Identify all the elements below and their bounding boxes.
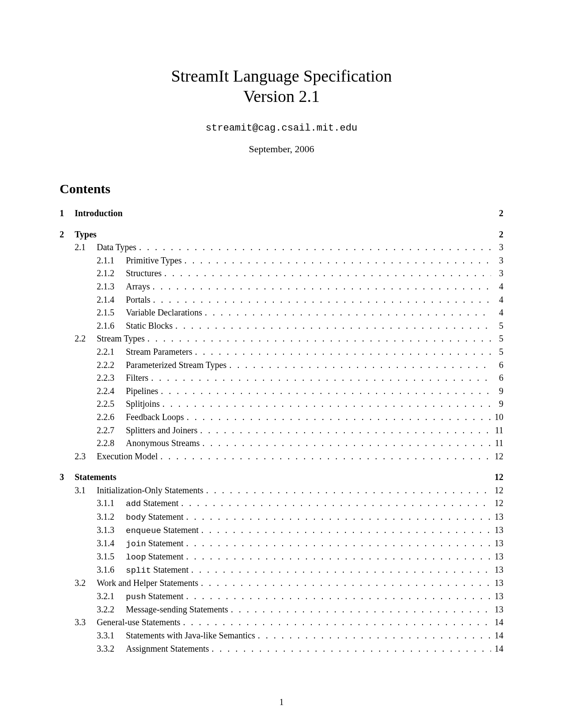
toc-leader-dots xyxy=(145,332,491,345)
toc-title: General-use Statements xyxy=(97,616,180,629)
toc-number: 3.3.1 xyxy=(97,629,126,642)
toc-leader-dots xyxy=(197,424,491,437)
toc-title: split Statement xyxy=(126,563,189,577)
toc-leader-dots xyxy=(162,267,491,280)
toc-number: 2.1.6 xyxy=(97,319,126,333)
toc-page: 9 xyxy=(491,398,503,411)
toc-page: 13 xyxy=(491,550,503,563)
toc-entry: 2Types2 xyxy=(60,228,503,241)
toc-leader-dots xyxy=(200,437,491,450)
toc-number: 2.2.6 xyxy=(97,411,126,424)
toc-leader-dots xyxy=(228,603,491,616)
toc-number: 2.1.3 xyxy=(97,280,126,293)
toc-title: join Statement xyxy=(126,537,184,550)
toc-page: 11 xyxy=(491,424,503,437)
toc-entry: 2.2.2Parameterized Stream Types6 xyxy=(60,359,503,372)
toc-entry: 3.2Work and Helper Statements13 xyxy=(60,577,503,590)
toc-number: 3.1.1 xyxy=(97,497,126,510)
toc-page: 4 xyxy=(491,306,503,319)
toc-leader-dots xyxy=(158,450,491,463)
toc-title: Structures xyxy=(126,267,162,280)
toc-leader-dots xyxy=(184,510,491,524)
toc-title: Feedback Loops xyxy=(126,411,184,424)
toc-title: Assignment Statements xyxy=(126,642,209,656)
toc-number: 3.1.2 xyxy=(97,510,126,524)
toc-title: Execution Model xyxy=(97,450,158,463)
toc-page: 6 xyxy=(491,359,503,372)
toc-number: 2 xyxy=(60,228,75,241)
toc-title-code: body xyxy=(126,513,146,522)
toc-page: 2 xyxy=(491,207,503,220)
toc-entry: 3.3.1Statements with Java-like Semantics… xyxy=(60,629,503,642)
toc-entry: 2.1.1Primitive Types3 xyxy=(60,254,503,267)
toc-page: 5 xyxy=(491,319,503,333)
toc-number: 3.1.6 xyxy=(97,563,126,577)
contents-heading: Contents xyxy=(60,181,503,196)
toc-leader-dots xyxy=(178,497,491,510)
toc-title: Introduction xyxy=(75,207,123,220)
toc-title: Work and Helper Statements xyxy=(97,577,198,590)
toc-page: 3 xyxy=(491,254,503,267)
toc-title-text: Statement xyxy=(161,525,199,535)
toc-leader-dots xyxy=(198,577,491,590)
toc-number: 2.2.8 xyxy=(97,437,126,450)
toc-title: Arrays xyxy=(126,280,150,293)
toc-entry: 3Statements12 xyxy=(60,471,503,484)
toc-title: add Statement xyxy=(126,497,178,510)
toc-title-text: Statement xyxy=(141,498,178,508)
toc-number: 2.2.1 xyxy=(97,345,126,359)
toc-number: 3.1.3 xyxy=(97,524,126,537)
toc-number: 2.1.2 xyxy=(97,267,126,280)
toc-entry: 1Introduction2 xyxy=(60,207,503,220)
toc-title-code: join xyxy=(126,539,146,549)
toc-page: 3 xyxy=(491,267,503,280)
toc-entry: 3.1.4join Statement13 xyxy=(60,537,503,550)
toc-page: 12 xyxy=(491,484,503,497)
toc-entry: 3.3.2Assignment Statements14 xyxy=(60,642,503,656)
toc-entry: 2.2.1Stream Parameters5 xyxy=(60,345,503,359)
toc-page: 3 xyxy=(491,241,503,254)
toc-page: 4 xyxy=(491,293,503,307)
toc-entry: 2.1.5Variable Declarations4 xyxy=(60,306,503,319)
toc-page: 14 xyxy=(491,642,503,656)
toc-title: Splitjoins xyxy=(126,398,160,411)
document-date: September, 2006 xyxy=(60,143,503,155)
toc-number: 3.1.5 xyxy=(97,550,126,563)
toc-number: 2.2.3 xyxy=(97,372,126,385)
toc-title: Stream Types xyxy=(97,332,145,345)
toc-leader-dots xyxy=(204,484,491,497)
toc-title-text: Statement xyxy=(146,591,184,601)
toc-entry: 3.1Initialization-Only Statements12 xyxy=(60,484,503,497)
toc-title: Statements with Java-like Semantics xyxy=(126,629,255,642)
contact-email: streamit@cag.csail.mit.edu xyxy=(60,123,503,134)
toc-title: push Statement xyxy=(126,590,184,603)
toc-leader-dots xyxy=(158,385,491,398)
toc-title-text: Statement xyxy=(146,512,184,522)
toc-page: 13 xyxy=(491,577,503,590)
toc-page: 12 xyxy=(491,497,503,510)
toc-number: 2.1 xyxy=(75,241,97,254)
toc-title: loop Statement xyxy=(126,550,184,563)
toc-entry: 3.1.5loop Statement13 xyxy=(60,550,503,563)
toc-leader-dots xyxy=(227,359,491,372)
toc-title: body Statement xyxy=(126,510,184,524)
page-number: 1 xyxy=(0,697,563,707)
toc-page: 13 xyxy=(491,510,503,524)
toc-leader-dots xyxy=(184,537,491,550)
toc-entry: 3.2.2Message-sending Statements13 xyxy=(60,603,503,616)
toc-entry: 2.2.3Filters6 xyxy=(60,372,503,385)
toc-title-code: add xyxy=(126,499,141,509)
toc-title: Types xyxy=(75,228,97,241)
toc-page: 9 xyxy=(491,385,503,398)
toc-leader-dots xyxy=(193,345,491,359)
toc-page: 2 xyxy=(491,228,503,241)
toc-number: 3.2.2 xyxy=(97,603,126,616)
toc-number: 3.3.2 xyxy=(97,642,126,656)
toc-entry: 2.1Data Types3 xyxy=(60,241,503,254)
toc-leader-dots xyxy=(182,254,491,267)
toc-title: Parameterized Stream Types xyxy=(126,359,227,372)
toc-entry: 2.3Execution Model12 xyxy=(60,450,503,463)
toc-page: 5 xyxy=(491,345,503,359)
toc-title-code: split xyxy=(126,566,151,575)
toc-number: 2.2 xyxy=(75,332,97,345)
